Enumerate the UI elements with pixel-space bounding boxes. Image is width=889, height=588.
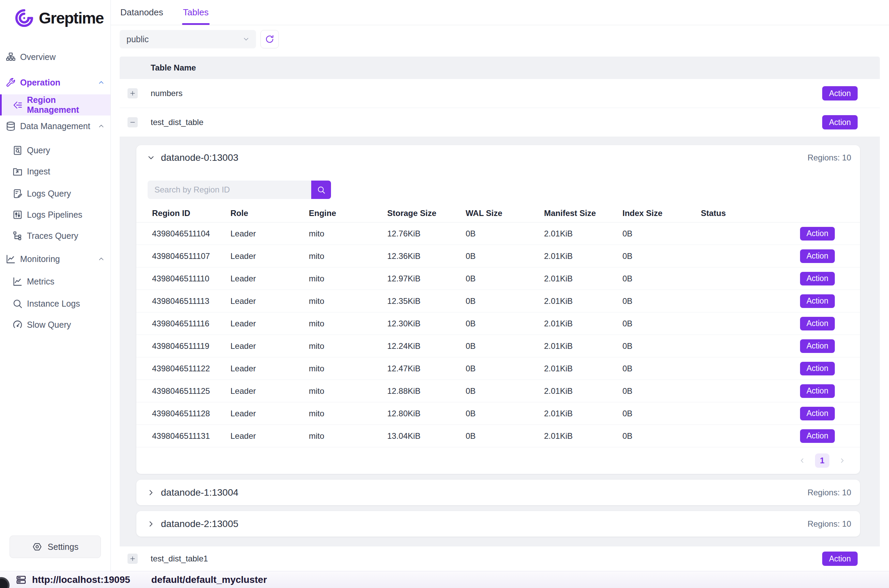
wal-size-cell: 0B [466,386,544,396]
sidebar-item-traces-query[interactable]: Traces Query [0,225,110,246]
refresh-button[interactable] [260,30,279,48]
sidebar-item-data-management[interactable]: Data Management [0,116,110,136]
region-action-button[interactable]: Action [800,339,835,353]
sidebar-item-metrics[interactable]: Metrics [0,271,110,292]
sidebar-item-ingest[interactable]: Ingest [0,161,110,182]
main-content: Datanodes Tables public Table Name numbe… [111,0,889,571]
sidebar: Greptime Overview Operation Regi [0,0,111,571]
sidebar-item-instance-logs[interactable]: Instance Logs [0,293,110,314]
server-url[interactable]: http://localhost:19095 [32,574,130,585]
sidebar-item-region-management[interactable]: Region Management [0,94,110,116]
expand-toggle[interactable] [128,554,138,564]
wal-size-cell: 0B [466,296,544,306]
settings-button[interactable]: Settings [9,536,101,558]
region-row: 4398046511125 Leader mito 12.88KiB 0B 2.… [136,380,860,402]
sidebar-item-query[interactable]: Query [0,140,110,161]
region-table-header: Region ID Role Engine Storage Size WAL S… [136,204,860,222]
region-id-cell: 4398046511110 [152,274,230,284]
storage-size-cell: 12.36KiB [387,251,466,261]
chevron-left-icon[interactable] [798,457,806,464]
collapse-toggle[interactable] [128,117,138,128]
refresh-icon [264,34,275,44]
region-action-button[interactable]: Action [800,407,835,420]
chevron-up-icon [98,255,105,262]
region-action-button[interactable]: Action [800,317,835,330]
datanode-2-card: datanode-2:13005 Regions: 10 [136,511,860,537]
page-number[interactable]: 1 [815,453,829,468]
storage-size-cell: 12.35KiB [387,296,466,306]
index-size-cell: 0B [622,319,701,328]
sidebar-item-label: Query [27,146,50,155]
sidebar-item-overview[interactable]: Overview [0,46,110,68]
sidebar-nav: Overview Operation Region Management [0,46,110,335]
sidebar-item-label: Logs Query [27,189,71,199]
engine-cell: mito [309,364,387,374]
tab-label: Tables [183,7,209,18]
database-select-value: public [126,34,149,44]
chevron-down-icon [147,153,155,162]
column-header: Region ID [152,208,230,218]
sidebar-item-monitoring[interactable]: Monitoring [0,248,110,270]
region-search-button[interactable] [311,180,331,199]
sidebar-item-label: Operation [20,78,60,87]
server-icon [16,574,27,585]
toolbar: public [120,30,889,48]
region-action-button[interactable]: Action [800,294,835,308]
region-id-cell: 4398046511122 [152,364,230,374]
role-cell: Leader [230,296,309,306]
region-id-cell: 4398046511107 [152,251,230,261]
sidebar-item-logs-query[interactable]: Logs Query [0,183,110,204]
datanode-2-header[interactable]: datanode-2:13005 Regions: 10 [136,511,860,537]
region-action-button[interactable]: Action [800,249,835,263]
document-search-icon [12,145,23,156]
region-action-button[interactable]: Action [800,384,835,398]
storage-size-cell: 12.97KiB [387,274,466,284]
tab-label: Datanodes [120,7,163,18]
status-bar: http://localhost:19095 default/default_m… [0,571,889,588]
storage-size-cell: 12.30KiB [387,319,466,328]
wal-size-cell: 0B [466,229,544,238]
action-button[interactable]: Action [822,552,857,566]
sidebar-item-operation[interactable]: Operation [0,72,110,93]
datanode-panel: datanode-0:13003 Regions: 10 Region ID R… [120,137,880,546]
region-row: 4398046511107 Leader mito 12.36KiB 0B 2.… [136,245,860,267]
regions-count: Regions: 10 [808,519,851,529]
datanode-1-header[interactable]: datanode-1:13004 Regions: 10 [136,480,860,505]
sidebar-item-label: Metrics [27,277,54,286]
table-name: test_dist_table1 [151,554,208,564]
datanode-0-card: datanode-0:13003 Regions: 10 Region ID R… [136,145,860,474]
table-name: numbers [151,88,182,98]
region-row: 4398046511131 Leader mito 13.04KiB 0B 2.… [136,425,860,447]
region-action-button[interactable]: Action [800,362,835,375]
sidebar-spacer [0,335,110,536]
datanode-0-header[interactable]: datanode-0:13003 Regions: 10 [136,145,860,170]
role-cell: Leader [230,251,309,261]
line-chart-icon [6,254,16,264]
sidebar-item-slow-query[interactable]: Slow Query [0,314,110,335]
cluster-name[interactable]: default/default_mycluster [151,574,267,585]
region-row: 4398046511113 Leader mito 12.35KiB 0B 2.… [136,290,860,312]
wal-size-cell: 0B [466,364,544,374]
settings-label: Settings [48,542,78,552]
sidebar-item-label: Overview [20,52,56,62]
sidebar-item-logs-pipelines[interactable]: Logs Pipelines [0,204,110,225]
database-select[interactable]: public [120,30,256,48]
region-action-button[interactable]: Action [800,227,835,240]
index-size-cell: 0B [622,364,701,374]
tab-tables[interactable]: Tables [183,0,209,25]
wal-size-cell: 0B [466,409,544,418]
region-action-button[interactable]: Action [800,429,835,443]
sidebar-item-label: Region Management [27,95,105,115]
expand-toggle[interactable] [128,88,138,99]
minus-icon [129,119,136,126]
region-action-button[interactable]: Action [800,272,835,285]
tab-datanodes[interactable]: Datanodes [120,0,163,25]
manifest-size-cell: 2.01KiB [544,274,622,284]
brand-logo: Greptime [0,0,110,28]
chevron-right-icon[interactable] [839,457,846,464]
gauge-icon [12,320,23,330]
action-button[interactable]: Action [822,115,857,129]
action-button[interactable]: Action [822,86,857,100]
sidebar-item-label: Instance Logs [27,299,80,309]
region-search-input[interactable] [147,180,311,199]
